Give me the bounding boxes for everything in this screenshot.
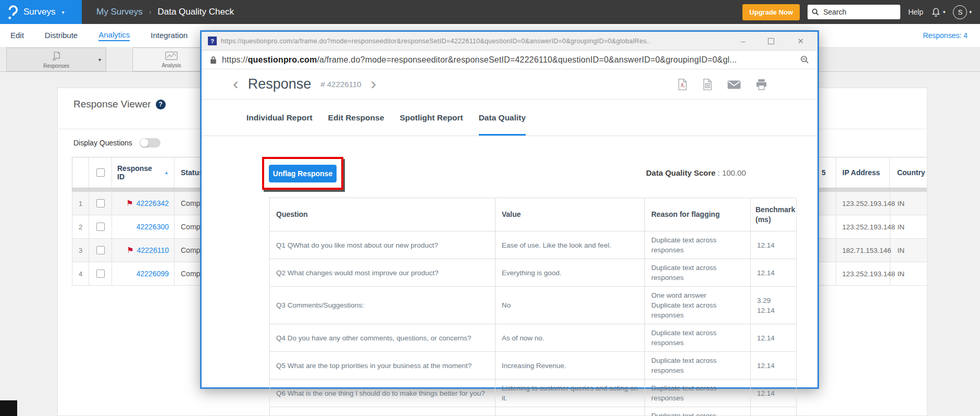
column-header: Value <box>495 198 645 231</box>
ip-cell: 123.252.193.148 <box>836 215 890 238</box>
response-id-cell[interactable]: 42226300 <box>112 215 175 238</box>
account-menu[interactable]: S ▾ <box>953 5 972 19</box>
breadcrumb: My Surveys › Data Quality Check <box>96 7 234 17</box>
row-checkbox[interactable] <box>89 192 112 215</box>
reason-cell: Duplicate text across responses <box>645 380 751 407</box>
tab-individual-report[interactable]: Individual Report <box>246 100 313 136</box>
response-tabs: Individual ReportEdit ResponseSpotlight … <box>202 100 817 136</box>
main-nav-items: EditDistributeAnalyticsIntegration <box>10 30 188 41</box>
country-cell: IN <box>890 262 927 285</box>
response-id-cell[interactable]: 42226099 <box>112 262 175 285</box>
notifications-menu[interactable]: ▾ <box>931 7 946 17</box>
excel-export-icon[interactable] <box>702 78 713 91</box>
ip-cell: 182.71.153.146 <box>836 239 890 262</box>
data-quality-table: QuestionValueReason for flaggingBenchmar… <box>269 198 797 416</box>
unflag-response-button[interactable]: Unflag Response <box>269 165 337 182</box>
data-quality-score: Data Quality Score : 100.00 <box>646 168 746 177</box>
responses-count[interactable]: Responses: 4 <box>923 31 970 40</box>
reason-cell: Duplicate text across responses <box>645 352 751 380</box>
display-questions-label: Display Questions <box>73 139 132 147</box>
top-bar: Surveys ▾ My Surveys › Data Quality Chec… <box>0 0 980 24</box>
row-number: 3 <box>72 239 89 262</box>
next-response-icon[interactable]: › <box>370 75 376 94</box>
data-quality-row: Q1 QWhat do you like most about our new … <box>270 231 797 259</box>
chevron-down-icon: ▾ <box>969 9 972 15</box>
sort-asc-icon[interactable]: ▲ <box>164 170 169 175</box>
popup-title-bar[interactable]: ? https://questionpro.com/a/frame.do?mod… <box>202 32 817 51</box>
chevron-down-icon[interactable]: ▾ <box>98 57 101 63</box>
data-quality-row: Q4 Do you have any other comments, quest… <box>270 324 797 352</box>
toolbar-tile-analysis[interactable]: Analysis ▾ <box>132 47 210 71</box>
response-id-cell[interactable]: ⚑42226110 <box>112 239 175 262</box>
popup-address-bar: https://questionpro.com/a/frame.do?mode=… <box>202 51 817 69</box>
row-checkbox[interactable] <box>89 239 112 262</box>
nav-item-integration[interactable]: Integration <box>151 31 188 41</box>
nav-item-distribute[interactable]: Distribute <box>45 31 78 41</box>
page-title: Response Viewer <box>73 99 151 110</box>
pdf-export-icon[interactable] <box>677 78 688 91</box>
nav-item-edit[interactable]: Edit <box>10 31 24 41</box>
response-id-cell[interactable]: ⚑42226342 <box>112 192 175 215</box>
tab-data-quality[interactable]: Data Quality <box>479 100 526 136</box>
ip-address-header[interactable]: IP Address <box>836 157 890 188</box>
flag-icon: ⚑ <box>126 199 133 208</box>
upgrade-now-button[interactable]: Upgrade Now <box>742 4 800 20</box>
benchmark-cell: 12.14 <box>751 407 797 416</box>
global-search[interactable] <box>808 5 900 19</box>
row-number: 4 <box>72 262 89 285</box>
breadcrumb-my-surveys[interactable]: My Surveys <box>96 7 143 17</box>
minimize-icon[interactable]: – <box>741 37 745 45</box>
print-icon[interactable] <box>755 79 767 90</box>
chevron-down-icon: ▾ <box>943 9 946 15</box>
search-icon <box>812 8 819 16</box>
row-checkbox[interactable] <box>89 215 112 238</box>
response-header: ‹ Response # 42226110 › <box>202 69 817 100</box>
data-quality-table-header: QuestionValueReason for flaggingBenchmar… <box>270 198 797 231</box>
close-icon[interactable]: ✕ <box>797 37 804 45</box>
zoom-out-icon[interactable] <box>800 55 809 64</box>
reason-cell: Duplicate text across responses <box>645 407 751 416</box>
response-id-header[interactable]: Response ID ▲ <box>112 157 175 188</box>
value-cell: Increasing Revenue. <box>495 352 645 380</box>
ip-cell: 123.252.193.148 <box>836 192 890 215</box>
row-number: 1 <box>72 192 89 215</box>
value-cell: Listening to customer queries and acting… <box>495 380 645 407</box>
ip-cell: 123.252.193.148 <box>836 262 890 285</box>
breadcrumb-separator: › <box>149 8 152 16</box>
tab-spotlight-report[interactable]: Spotlight Report <box>400 100 463 136</box>
search-input[interactable] <box>822 7 890 17</box>
help-icon[interactable]: ? <box>156 100 166 109</box>
lock-icon <box>210 56 217 64</box>
data-quality-row: Q3 Comments/Suggestions:NoOne word answe… <box>270 287 797 324</box>
toolbar-tile-responses[interactable]: Responses ▾ <box>6 47 106 71</box>
data-quality-row: Q6 What is the one thing I should do to … <box>270 380 797 407</box>
country-code-header[interactable]: Country Co <box>890 157 927 188</box>
country-cell: IN <box>890 192 927 215</box>
email-icon[interactable] <box>727 80 741 90</box>
topbar-actions: Upgrade Now Help ▾ S ▾ <box>742 4 980 20</box>
line-chart-icon <box>165 51 178 62</box>
toolbar-tile-label: Responses <box>43 63 69 69</box>
avatar: S <box>953 5 967 19</box>
reason-cell: Duplicate text across responses <box>645 231 751 259</box>
previous-response-icon[interactable]: ‹ <box>233 75 239 94</box>
response-title: Response <box>248 76 312 92</box>
display-questions-toggle[interactable] <box>140 138 160 148</box>
response-id-label: # 42226110 <box>320 80 361 89</box>
popup-title-url: https://questionpro.com/a/frame.do?mode=… <box>221 38 651 45</box>
tab-edit-response[interactable]: Edit Response <box>328 100 384 136</box>
question-cell: Q3 Comments/Suggestions: <box>270 287 495 324</box>
benchmark-cell: 3.2912.14 <box>751 287 797 324</box>
response-editor-popup: ? https://questionpro.com/a/frame.do?mod… <box>200 30 819 389</box>
ip-row: 182.71.153.146IN <box>805 239 927 262</box>
product-switcher[interactable]: Surveys ▾ <box>0 0 82 24</box>
question-cell: Q6 What is the one thing I should do to … <box>270 380 495 407</box>
maximize-icon[interactable] <box>768 38 774 44</box>
nav-item-analytics[interactable]: Analytics <box>98 30 130 41</box>
select-all-checkbox[interactable] <box>89 157 112 188</box>
row-checkbox[interactable] <box>89 262 112 285</box>
taskbar-corner <box>0 400 17 416</box>
reason-cell: Duplicate text across responses <box>645 324 751 352</box>
help-link[interactable]: Help <box>908 8 923 16</box>
address-url[interactable]: https://questionpro.com/a/frame.do?mode=… <box>222 55 737 65</box>
